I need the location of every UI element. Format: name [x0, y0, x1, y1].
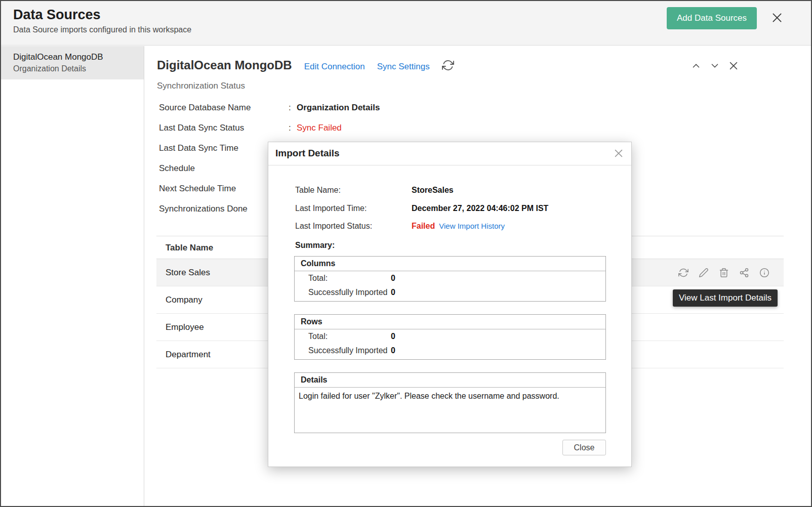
panel-close-icon[interactable] [728, 60, 739, 71]
add-data-sources-button[interactable]: Add Data Sources [667, 7, 757, 29]
modal-close-button[interactable]: Close [562, 440, 606, 455]
app-window: Data Sources Data Source imports configu… [0, 0, 812, 507]
collapse-up-icon[interactable] [691, 60, 702, 71]
sync-settings-link[interactable]: Sync Settings [377, 62, 430, 72]
edit-connection-link[interactable]: Edit Connection [304, 62, 365, 72]
view-import-history-link[interactable]: View Import History [439, 222, 505, 230]
relationships-icon[interactable] [739, 268, 749, 278]
delete-icon[interactable] [719, 268, 729, 278]
columns-imported-row: Successfully Imported 0 [295, 285, 605, 300]
sidebar-item-digitalocean-mongodb[interactable]: DigitalOcean MongoDB Organization Detail… [1, 46, 144, 79]
panel-controls [691, 60, 739, 71]
datasource-sidebar: DigitalOcean MongoDB Organization Detail… [1, 46, 144, 506]
modal-title: Import Details [275, 148, 340, 159]
page-title: Data Sources [13, 7, 101, 23]
modal-field-last-imported-status: Last Imported Status: FailedView Import … [295, 222, 372, 231]
panel-titlebar: DigitalOcean MongoDB Edit Connection Syn… [157, 57, 454, 72]
datasource-title: DigitalOcean MongoDB [157, 58, 292, 72]
page-subtitle: Data Source imports configured in this w… [13, 25, 191, 34]
rows-box-title: Rows [295, 315, 605, 329]
rows-summary-box: Rows Total: 0 Successfully Imported 0 [294, 314, 606, 360]
close-icon[interactable] [770, 11, 784, 24]
import-status-failed: Failed [412, 222, 435, 230]
sync-table-icon[interactable] [678, 268, 688, 278]
details-box-title: Details [295, 373, 605, 388]
modal-close-icon[interactable] [613, 148, 624, 159]
sidebar-item-subtitle: Organization Details [13, 64, 136, 73]
edit-icon[interactable] [699, 268, 709, 278]
field-source-database-name: Source Database Name : Organization Deta… [159, 103, 380, 123]
page-header: Data Sources Data Source imports configu… [1, 1, 811, 46]
sidebar-item-title: DigitalOcean MongoDB [13, 52, 136, 62]
modal-field-last-imported-time: Last Imported Time: December 27, 2022 04… [295, 204, 367, 213]
details-error-message: Login failed for user "Zylker". Please c… [295, 388, 605, 406]
rows-total-row: Total: 0 [295, 329, 605, 344]
info-icon[interactable] [759, 268, 769, 278]
columns-summary-box: Columns Total: 0 Successfully Imported 0 [294, 256, 606, 302]
import-details-modal: Import Details Table Name: StoreSales La… [268, 142, 632, 467]
details-box: Details Login failed for user "Zylker". … [294, 372, 606, 433]
field-last-sync-status: Last Data Sync Status : Sync Failed [159, 123, 380, 143]
summary-label: Summary: [295, 241, 335, 250]
columns-box-title: Columns [295, 257, 605, 271]
columns-total-row: Total: 0 [295, 271, 605, 285]
row-actions [678, 259, 769, 286]
modal-field-table-name: Table Name: StoreSales [295, 186, 341, 195]
sync-status-heading: Synchronization Status [157, 81, 245, 91]
collapse-down-icon[interactable] [709, 60, 720, 71]
modal-header: Import Details [268, 142, 631, 165]
view-last-import-details-tooltip: View Last Import Details [673, 289, 778, 307]
sync-now-icon[interactable] [442, 59, 454, 71]
rows-imported-row: Successfully Imported 0 [295, 344, 605, 358]
